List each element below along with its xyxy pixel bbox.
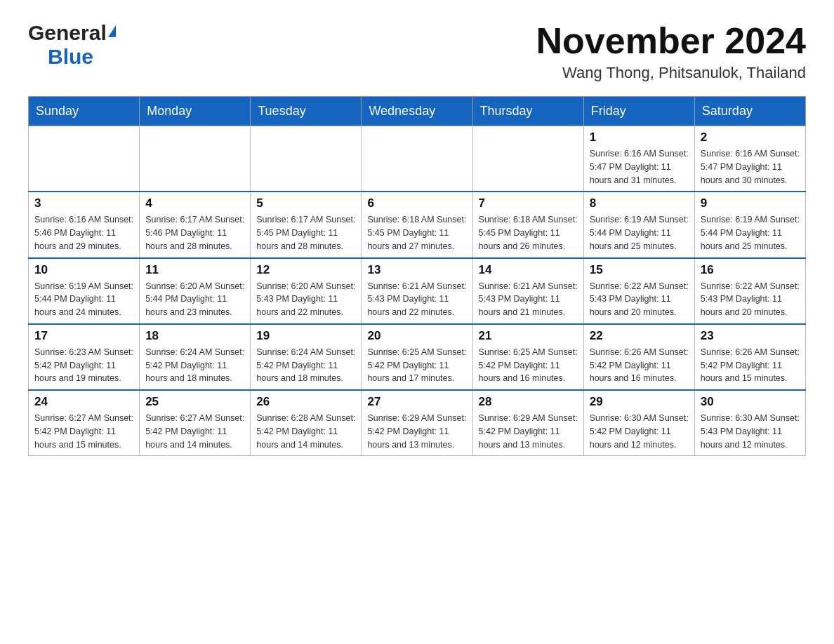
day-number: 14 bbox=[479, 263, 578, 277]
weekday-header-row: SundayMondayTuesdayWednesdayThursdayFrid… bbox=[29, 97, 806, 126]
day-info: Sunrise: 6:29 AM Sunset: 5:42 PM Dayligh… bbox=[367, 412, 466, 451]
calendar-cell: 6Sunrise: 6:18 AM Sunset: 5:45 PM Daylig… bbox=[362, 192, 472, 257]
day-info: Sunrise: 6:26 AM Sunset: 5:42 PM Dayligh… bbox=[701, 346, 800, 385]
day-info: Sunrise: 6:19 AM Sunset: 5:44 PM Dayligh… bbox=[701, 213, 800, 253]
day-info: Sunrise: 6:22 AM Sunset: 5:43 PM Dayligh… bbox=[590, 280, 689, 319]
weekday-header-tuesday: Tuesday bbox=[251, 97, 362, 126]
day-info: Sunrise: 6:16 AM Sunset: 5:47 PM Dayligh… bbox=[701, 147, 800, 187]
title-area: November 2024 Wang Thong, Phitsanulok, T… bbox=[536, 21, 806, 82]
day-number: 24 bbox=[34, 395, 133, 409]
day-info: Sunrise: 6:27 AM Sunset: 5:42 PM Dayligh… bbox=[34, 412, 133, 451]
calendar-cell: 28Sunrise: 6:29 AM Sunset: 5:42 PM Dayli… bbox=[472, 390, 583, 456]
day-number: 25 bbox=[145, 395, 244, 409]
day-number: 9 bbox=[701, 196, 800, 210]
week-row-2: 10Sunrise: 6:19 AM Sunset: 5:44 PM Dayli… bbox=[29, 258, 806, 324]
weekday-header-monday: Monday bbox=[140, 97, 251, 126]
day-number: 2 bbox=[701, 130, 800, 145]
day-info: Sunrise: 6:20 AM Sunset: 5:44 PM Dayligh… bbox=[145, 280, 244, 319]
day-info: Sunrise: 6:22 AM Sunset: 5:43 PM Dayligh… bbox=[701, 280, 800, 319]
calendar-cell: 1Sunrise: 6:16 AM Sunset: 5:47 PM Daylig… bbox=[583, 126, 694, 192]
day-number: 12 bbox=[256, 263, 355, 277]
calendar-cell bbox=[140, 126, 251, 192]
day-info: Sunrise: 6:19 AM Sunset: 5:44 PM Dayligh… bbox=[34, 280, 133, 319]
day-info: Sunrise: 6:24 AM Sunset: 5:42 PM Dayligh… bbox=[145, 346, 244, 385]
calendar-cell bbox=[29, 126, 140, 192]
weekday-header-saturday: Saturday bbox=[694, 97, 805, 126]
day-number: 26 bbox=[256, 395, 355, 409]
location-title: Wang Thong, Phitsanulok, Thailand bbox=[536, 64, 806, 82]
day-info: Sunrise: 6:20 AM Sunset: 5:43 PM Dayligh… bbox=[256, 280, 355, 319]
day-info: Sunrise: 6:30 AM Sunset: 5:43 PM Dayligh… bbox=[701, 412, 800, 451]
day-number: 13 bbox=[367, 263, 466, 277]
day-number: 6 bbox=[367, 196, 466, 210]
day-info: Sunrise: 6:28 AM Sunset: 5:42 PM Dayligh… bbox=[256, 412, 355, 451]
day-info: Sunrise: 6:27 AM Sunset: 5:42 PM Dayligh… bbox=[145, 412, 244, 451]
day-info: Sunrise: 6:21 AM Sunset: 5:43 PM Dayligh… bbox=[367, 280, 466, 319]
calendar-cell: 26Sunrise: 6:28 AM Sunset: 5:42 PM Dayli… bbox=[251, 390, 362, 456]
day-info: Sunrise: 6:17 AM Sunset: 5:46 PM Dayligh… bbox=[145, 213, 244, 253]
week-row-0: 1Sunrise: 6:16 AM Sunset: 5:47 PM Daylig… bbox=[29, 126, 806, 192]
day-info: Sunrise: 6:18 AM Sunset: 5:45 PM Dayligh… bbox=[479, 213, 578, 253]
calendar-cell: 4Sunrise: 6:17 AM Sunset: 5:46 PM Daylig… bbox=[140, 192, 251, 257]
day-number: 4 bbox=[145, 196, 244, 210]
day-number: 17 bbox=[34, 329, 133, 343]
day-info: Sunrise: 6:16 AM Sunset: 5:46 PM Dayligh… bbox=[34, 213, 133, 253]
calendar-cell: 24Sunrise: 6:27 AM Sunset: 5:42 PM Dayli… bbox=[29, 390, 140, 456]
calendar-cell: 27Sunrise: 6:29 AM Sunset: 5:42 PM Dayli… bbox=[362, 390, 472, 456]
day-info: Sunrise: 6:29 AM Sunset: 5:42 PM Dayligh… bbox=[479, 412, 578, 451]
calendar-cell: 8Sunrise: 6:19 AM Sunset: 5:44 PM Daylig… bbox=[583, 192, 694, 257]
calendar-cell bbox=[362, 126, 472, 192]
weekday-header-wednesday: Wednesday bbox=[362, 97, 472, 126]
logo-general-text: General bbox=[28, 21, 107, 45]
calendar-cell: 19Sunrise: 6:24 AM Sunset: 5:42 PM Dayli… bbox=[251, 324, 362, 390]
calendar-cell: 25Sunrise: 6:27 AM Sunset: 5:42 PM Dayli… bbox=[140, 390, 251, 456]
calendar-cell: 17Sunrise: 6:23 AM Sunset: 5:42 PM Dayli… bbox=[29, 324, 140, 390]
day-number: 23 bbox=[701, 329, 800, 343]
calendar-cell: 13Sunrise: 6:21 AM Sunset: 5:43 PM Dayli… bbox=[362, 258, 472, 324]
day-number: 19 bbox=[256, 329, 355, 343]
day-number: 7 bbox=[479, 196, 578, 210]
day-info: Sunrise: 6:30 AM Sunset: 5:42 PM Dayligh… bbox=[590, 412, 689, 451]
calendar-cell: 7Sunrise: 6:18 AM Sunset: 5:45 PM Daylig… bbox=[472, 192, 583, 257]
day-number: 11 bbox=[145, 263, 244, 277]
day-info: Sunrise: 6:19 AM Sunset: 5:44 PM Dayligh… bbox=[590, 213, 689, 253]
day-number: 29 bbox=[590, 395, 689, 409]
calendar-cell: 29Sunrise: 6:30 AM Sunset: 5:42 PM Dayli… bbox=[583, 390, 694, 456]
day-info: Sunrise: 6:24 AM Sunset: 5:42 PM Dayligh… bbox=[256, 346, 355, 385]
day-number: 1 bbox=[590, 130, 689, 145]
day-number: 16 bbox=[701, 263, 800, 277]
page-header: General Blue November 2024 Wang Thong, P… bbox=[28, 21, 806, 82]
day-info: Sunrise: 6:25 AM Sunset: 5:42 PM Dayligh… bbox=[479, 346, 578, 385]
calendar-cell: 22Sunrise: 6:26 AM Sunset: 5:42 PM Dayli… bbox=[583, 324, 694, 390]
calendar-cell bbox=[472, 126, 583, 192]
day-number: 21 bbox=[479, 329, 578, 343]
day-info: Sunrise: 6:17 AM Sunset: 5:45 PM Dayligh… bbox=[256, 213, 355, 253]
week-row-4: 24Sunrise: 6:27 AM Sunset: 5:42 PM Dayli… bbox=[29, 390, 806, 456]
calendar-cell: 14Sunrise: 6:21 AM Sunset: 5:43 PM Dayli… bbox=[472, 258, 583, 324]
day-number: 20 bbox=[367, 329, 466, 343]
day-number: 22 bbox=[590, 329, 689, 343]
day-info: Sunrise: 6:16 AM Sunset: 5:47 PM Dayligh… bbox=[590, 147, 689, 187]
day-number: 5 bbox=[256, 196, 355, 210]
calendar-cell: 18Sunrise: 6:24 AM Sunset: 5:42 PM Dayli… bbox=[140, 324, 251, 390]
week-row-1: 3Sunrise: 6:16 AM Sunset: 5:46 PM Daylig… bbox=[29, 192, 806, 257]
day-number: 30 bbox=[701, 395, 800, 409]
calendar-cell bbox=[251, 126, 362, 192]
day-number: 10 bbox=[34, 263, 133, 277]
calendar-cell: 21Sunrise: 6:25 AM Sunset: 5:42 PM Dayli… bbox=[472, 324, 583, 390]
calendar-cell: 16Sunrise: 6:22 AM Sunset: 5:43 PM Dayli… bbox=[694, 258, 805, 324]
weekday-header-thursday: Thursday bbox=[472, 97, 583, 126]
weekday-header-friday: Friday bbox=[583, 97, 694, 126]
calendar-cell: 9Sunrise: 6:19 AM Sunset: 5:44 PM Daylig… bbox=[694, 192, 805, 257]
day-number: 3 bbox=[34, 196, 133, 210]
logo-triangle-icon bbox=[108, 25, 116, 37]
calendar-cell: 23Sunrise: 6:26 AM Sunset: 5:42 PM Dayli… bbox=[694, 324, 805, 390]
day-number: 27 bbox=[367, 395, 466, 409]
calendar-cell: 20Sunrise: 6:25 AM Sunset: 5:42 PM Dayli… bbox=[362, 324, 472, 390]
day-number: 18 bbox=[145, 329, 244, 343]
calendar-cell: 2Sunrise: 6:16 AM Sunset: 5:47 PM Daylig… bbox=[694, 126, 805, 192]
day-number: 15 bbox=[590, 263, 689, 277]
calendar-cell: 12Sunrise: 6:20 AM Sunset: 5:43 PM Dayli… bbox=[251, 258, 362, 324]
logo-blue-text: Blue bbox=[48, 45, 93, 68]
week-row-3: 17Sunrise: 6:23 AM Sunset: 5:42 PM Dayli… bbox=[29, 324, 806, 390]
